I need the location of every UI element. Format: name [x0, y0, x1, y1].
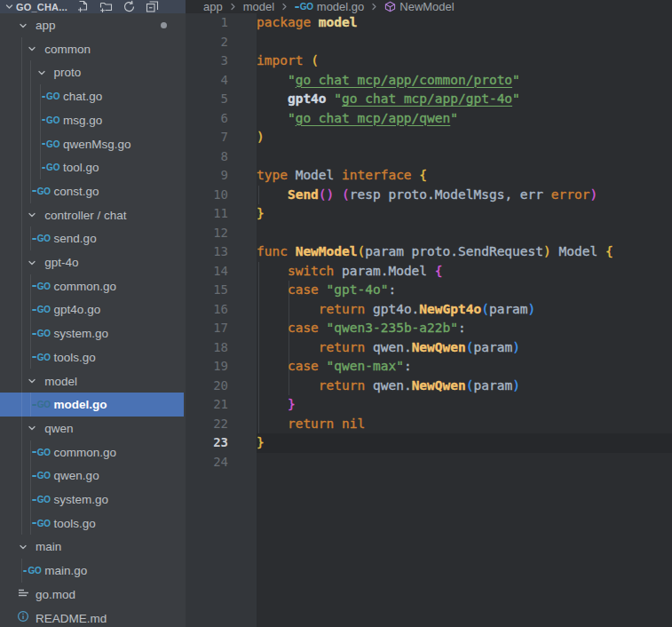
code-text: return nil — [257, 415, 365, 434]
editor-pane: appmodelGOmodel.goNewModel 1package mode… — [186, 0, 672, 627]
tree-item-label: common — [44, 43, 91, 56]
tree-indent-guide — [30, 60, 31, 202]
code-line-8: 8 — [186, 147, 672, 167]
code-text: switch param.Model { — [257, 262, 443, 282]
tree-item-go.mod[interactable]: go.mod — [0, 583, 184, 607]
tree-indent-guide — [21, 559, 22, 583]
breadcrumb-item-model[interactable]: model — [243, 0, 274, 13]
go-file-icon: GO — [42, 91, 60, 101]
line-number: 8 — [186, 147, 228, 167]
tree-item-const.go[interactable]: GOconst.go — [0, 179, 184, 203]
code-text: return gpt4o.NewGpt4o(param) — [257, 300, 535, 320]
line-number: 12 — [186, 224, 228, 243]
explorer-section-header[interactable]: GO_CHA... — [0, 0, 186, 13]
tree-item-proto[interactable]: proto — [0, 60, 184, 84]
code-line-7: 7) — [186, 128, 672, 147]
tree-item-label: model.go — [54, 398, 107, 411]
code-area[interactable]: 1package model23import (4 "go_chat_mcp/a… — [186, 13, 672, 627]
code-line-22: 22 return nil — [186, 415, 672, 434]
code-line-15: 15 case "gpt-4o": — [186, 281, 672, 300]
chevron-down-icon — [19, 543, 28, 552]
code-text: return qwen.NewQwen(param) — [257, 377, 520, 396]
tree-item-label: tool.go — [63, 161, 99, 174]
tree-item-controller-chat[interactable]: controller / chat — [0, 203, 184, 227]
tree-item-app[interactable]: app — [0, 13, 184, 37]
line-number: 2 — [186, 33, 228, 52]
breadcrumb-label: model — [243, 0, 274, 13]
breadcrumb-item-newmodel[interactable]: NewModel — [384, 0, 454, 13]
code-line-18: 18 return qwen.NewQwen(param) — [186, 338, 672, 358]
go-mod-icon — [17, 586, 30, 602]
line-number: 19 — [186, 357, 228, 377]
tree-item-gpt-4o[interactable]: gpt-4o — [0, 250, 184, 274]
line-number: 18 — [186, 338, 228, 358]
line-number: 23 — [186, 433, 228, 453]
go-file-icon: GO — [32, 187, 51, 196]
tree-item-readme.md[interactable]: README.md — [0, 607, 184, 627]
tree-item-tools.go[interactable]: GOtools.go — [0, 512, 184, 536]
tree-indent-guide — [30, 393, 31, 417]
tree-item-qwen.go[interactable]: GOqwen.go — [0, 464, 184, 488]
tree-item-label: send.go — [54, 232, 97, 245]
tree-indent-guide — [30, 440, 31, 536]
tree-item-main[interactable]: main — [0, 535, 184, 559]
breadcrumb-separator-icon — [370, 2, 378, 12]
tree-item-main.go[interactable]: GOmain.go — [0, 559, 184, 583]
tree-item-qwenmsg.go[interactable]: GOqwenMsg.go — [0, 132, 184, 156]
code-line-17: 17 case "qwen3-235b-a22b": — [186, 319, 672, 338]
tree-item-gpt4o.go[interactable]: GOgpt4o.go — [0, 298, 184, 321]
code-text: case "qwen-max": — [257, 357, 412, 377]
tree-item-label: chat.go — [63, 90, 102, 103]
line-number: 10 — [186, 186, 228, 205]
tree-item-msg.go[interactable]: GOmsg.go — [0, 108, 184, 132]
tree-item-model[interactable]: model — [0, 369, 184, 393]
code-text: } — [257, 433, 265, 453]
tree-item-common.go[interactable]: GOcommon.go — [0, 440, 184, 464]
breadcrumb-item-app[interactable]: app — [203, 0, 223, 13]
file-icon: GO — [33, 187, 51, 196]
file-icon: GO — [33, 353, 51, 362]
tree-item-tools.go[interactable]: GOtools.go — [0, 345, 184, 369]
code-text: Send() (resp proto.ModelMsgs, err error) — [257, 186, 597, 205]
tree-item-common.go[interactable]: GOcommon.go — [0, 274, 184, 298]
tree-item-system.go[interactable]: GOsystem.go — [0, 321, 184, 345]
tree-item-common[interactable]: common — [0, 37, 184, 61]
go-file-icon: GO — [23, 566, 42, 575]
code-line-1: 1package model — [186, 13, 672, 33]
code-text: case "qwen3-235b-a22b": — [257, 319, 466, 338]
go-file-icon: GO — [32, 400, 51, 409]
code-text: gpt4o "go_chat_mcp/app/gpt-4o" — [257, 90, 520, 109]
code-line-24: 24 — [186, 453, 672, 472]
file-icon: GO — [23, 566, 41, 575]
tree-item-model.go[interactable]: GOmodel.go — [0, 393, 184, 417]
code-line-13: 13func NewModel(param proto.SendRequest)… — [186, 242, 672, 262]
breadcrumb-item-model.go[interactable]: GOmodel.go — [295, 0, 364, 13]
file-icon: GO — [33, 471, 51, 480]
tree-item-qwen[interactable]: qwen — [0, 417, 184, 440]
explorer-section-title: GO_CHA... — [16, 2, 67, 12]
new-file-button[interactable] — [76, 0, 90, 13]
breadcrumb: appmodelGOmodel.goNewModel — [186, 0, 672, 13]
file-icon: GO — [33, 282, 51, 291]
file-icon: GO — [42, 115, 59, 125]
code-text: func NewModel(param proto.SendRequest) M… — [257, 242, 613, 262]
code-line-23: 23} — [186, 433, 672, 453]
collapse-all-button[interactable] — [146, 0, 159, 13]
tree-item-label: qwen — [44, 422, 73, 435]
new-folder-button[interactable] — [99, 0, 113, 13]
line-number: 22 — [186, 415, 228, 434]
tree-item-label: controller / chat — [44, 209, 126, 222]
chevron-down-icon — [28, 210, 36, 219]
method-symbol-icon — [384, 1, 396, 12]
breadcrumb-label: NewModel — [399, 0, 454, 13]
tree-item-tool.go[interactable]: GOtool.go — [0, 155, 184, 179]
tree-item-send.go[interactable]: GOsend.go — [0, 226, 184, 250]
file-icon: GO — [33, 448, 51, 457]
chevron-down-icon — [19, 21, 28, 30]
tree-item-chat.go[interactable]: GOchat.go — [0, 84, 184, 108]
refresh-button[interactable] — [123, 0, 136, 13]
code-text: } — [257, 204, 265, 224]
file-icon: GO — [42, 139, 59, 149]
tree-item-system.go[interactable]: GOsystem.go — [0, 488, 184, 512]
go-file-icon: GO — [295, 2, 313, 12]
